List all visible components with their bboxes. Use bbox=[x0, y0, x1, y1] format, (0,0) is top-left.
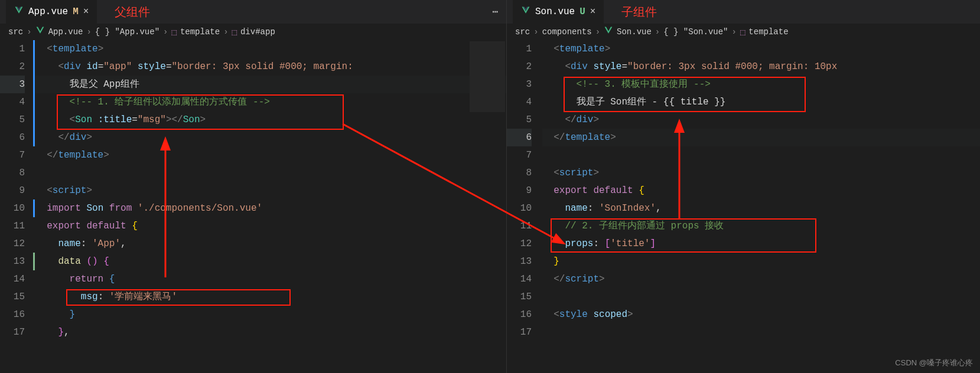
watermark: CSDN @嗓子疼谁心疼 bbox=[895, 358, 973, 368]
symbol-icon: ⬚ bbox=[232, 27, 237, 37]
symbol-icon: ⬚ bbox=[740, 27, 745, 37]
more-icon[interactable]: ⋯ bbox=[492, 6, 498, 18]
vue-icon bbox=[604, 26, 613, 38]
tabbar-right: Son.vue U × 子组件 bbox=[507, 0, 980, 24]
code-content-left[interactable]: <template> <div id="app" style="border: … bbox=[35, 40, 506, 373]
line-gutter: 1234 5678 9101112 1314151617 bbox=[507, 40, 542, 373]
code-comment: // 2. 子组件内部通过 props 接收 bbox=[565, 221, 724, 231]
vue-icon bbox=[521, 6, 530, 18]
breadcrumb-right[interactable]: src› components› Son.vue› { } "Son.vue"›… bbox=[507, 24, 980, 40]
code-text: 我是父 App组件 bbox=[70, 79, 139, 90]
annotation-child: 子组件 bbox=[621, 4, 657, 20]
code-area-left[interactable]: 1 2 3 4 5 6 7 8 9 10 11 12 13 14 15 16 1… bbox=[0, 40, 506, 373]
breadcrumb-left[interactable]: src› App.vue› { } "App.vue"› ⬚template› … bbox=[0, 24, 506, 40]
tab-app-vue[interactable]: App.vue M × bbox=[6, 0, 97, 24]
code-comment: <!-- 1. 给子组件以添加属性的方式传值 --> bbox=[70, 97, 270, 107]
code-area-right[interactable]: 1234 5678 9101112 1314151617 <template> … bbox=[507, 40, 980, 373]
close-icon[interactable]: × bbox=[590, 6, 596, 17]
line-gutter: 1 2 3 4 5 6 7 8 9 10 11 12 13 14 15 16 1… bbox=[0, 40, 35, 373]
tab-son-vue[interactable]: Son.vue U × bbox=[513, 0, 604, 24]
editor-panel-left: App.vue M × 父组件 ⋯ src› App.vue› { } "App… bbox=[0, 0, 507, 373]
annotation-parent: 父组件 bbox=[115, 4, 150, 20]
git-untracked-badge: U bbox=[579, 6, 585, 17]
close-icon[interactable]: × bbox=[83, 6, 89, 17]
svg-marker-2 bbox=[36, 27, 44, 34]
minimap[interactable] bbox=[470, 41, 505, 112]
vue-icon bbox=[35, 26, 45, 38]
symbol-icon: ⬚ bbox=[171, 27, 176, 37]
tab-filename: Son.vue bbox=[535, 6, 575, 17]
tabbar-left: App.vue M × 父组件 ⋯ bbox=[0, 0, 506, 24]
tab-filename: App.vue bbox=[28, 6, 68, 17]
code-content-right[interactable]: <template> <div style="border: 3px solid… bbox=[542, 40, 980, 373]
svg-marker-5 bbox=[605, 27, 613, 34]
editor-panel-right: Son.vue U × 子组件 src› components› Son.vue… bbox=[507, 0, 980, 373]
git-modified-badge: M bbox=[73, 6, 79, 17]
vue-icon bbox=[14, 6, 24, 18]
code-comment: <!-- 3. 模板中直接使用 --> bbox=[577, 79, 711, 90]
